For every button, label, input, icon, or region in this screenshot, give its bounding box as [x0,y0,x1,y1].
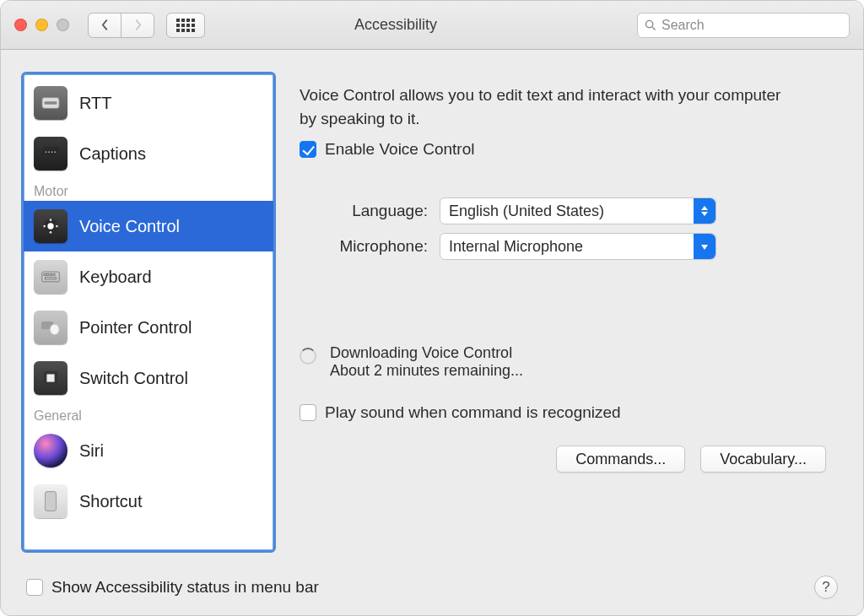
svg-rect-16 [44,273,46,275]
detail-pane: Voice Control allows you to edit text an… [291,72,843,598]
vocabulary-button[interactable]: Vocabulary... [700,446,826,473]
svg-point-11 [50,219,52,221]
spinner-icon [300,348,316,365]
svg-point-14 [56,225,58,228]
svg-point-13 [43,225,46,228]
down-arrow-icon [694,234,716,259]
download-title: Downloading Voice Control [330,344,523,362]
svg-point-12 [50,231,52,234]
svg-rect-24 [46,374,54,381]
menubar-status-checkbox[interactable] [26,579,43,596]
svg-point-0 [645,20,652,27]
svg-rect-17 [47,273,49,275]
language-select[interactable]: English (United States) [440,197,716,224]
chevron-left-icon [101,19,109,31]
play-sound-checkbox[interactable] [300,404,316,421]
language-value: English (United States) [449,203,604,220]
category-list[interactable]: RTT Captions Motor Voice Control [24,74,273,550]
svg-rect-3 [45,101,57,105]
svg-point-5 [46,151,47,153]
description-text: Voice Control allows you to edit text an… [300,84,789,130]
sidebar-item-switch-control[interactable]: Switch Control [24,353,273,403]
svg-rect-4 [42,147,59,158]
sidebar-item-label: Voice Control [79,217,180,236]
voice-control-icon [34,209,68,243]
back-button[interactable] [88,13,122,38]
enable-voice-control-checkbox[interactable] [300,141,316,158]
svg-rect-19 [53,273,55,275]
keyboard-icon [34,260,68,294]
sidebar-item-label: Pointer Control [79,318,192,338]
minimize-button[interactable] [35,19,48,31]
sidebar-item-captions[interactable]: Captions [24,128,273,179]
titlebar: Accessibility [1,1,863,50]
commands-button[interactable]: Commands... [556,446,685,473]
sidebar-item-keyboard[interactable]: Keyboard [24,251,273,302]
page-title: Accessibility [154,16,637,34]
search-input[interactable] [662,18,842,33]
switch-control-icon [34,361,68,395]
preferences-window: Accessibility RTT Captions [0,0,864,616]
download-remaining: About 2 minutes remaining... [330,362,523,380]
svg-point-6 [48,151,50,153]
sidebar-item-label: Siri [79,441,104,461]
svg-point-7 [51,151,53,153]
play-sound-label: Play sound when command is recognized [325,403,621,422]
sidebar-item-pointer-control[interactable]: Pointer Control [24,302,273,353]
sidebar-section-motor: Motor [24,179,273,201]
nav-buttons [88,13,154,38]
sidebar-item-label: RTT [79,94,112,113]
microphone-label: Microphone: [300,237,428,256]
sidebar-item-rtt[interactable]: RTT [24,78,273,128]
language-label: Language: [300,202,428,220]
help-button[interactable]: ? [814,575,838,599]
search-icon [645,19,656,31]
window-footer: Show Accessibility status in menu bar ? [26,573,838,602]
svg-point-8 [55,151,57,153]
sidebar-item-label: Switch Control [79,369,188,388]
play-sound-row: Play sound when command is recognized [300,403,826,422]
svg-rect-15 [42,272,60,282]
content-area: RTT Captions Motor Voice Control [1,50,863,615]
forward-button[interactable] [121,13,154,38]
download-status: Downloading Voice Control About 2 minute… [300,344,826,380]
menubar-status-label: Show Accessibility status in menu bar [51,578,319,597]
sidebar-item-label: Captions [79,144,146,164]
sidebar-item-voice-control[interactable]: Voice Control [24,201,273,251]
svg-point-22 [50,324,59,335]
close-button[interactable] [14,19,27,31]
sidebar-section-general: General [24,403,273,425]
svg-point-10 [47,223,53,229]
sidebar-item-label: Keyboard [79,267,152,287]
microphone-select[interactable]: Internal Microphone [440,233,716,260]
settings-form: Language: English (United States) Microp… [300,197,826,260]
sidebar-item-label: Shortcut [79,492,142,511]
pointer-control-icon [34,311,68,344]
updown-arrows-icon [694,198,716,224]
sidebar-item-siri[interactable]: Siri [24,425,273,476]
category-sidebar: RTT Captions Motor Voice Control [21,72,276,553]
window-controls [14,19,69,31]
shortcut-icon [34,484,68,518]
svg-rect-18 [50,273,51,275]
enable-voice-control-label: Enable Voice Control [325,140,474,159]
siri-icon [34,434,68,467]
action-buttons: Commands... Vocabulary... [300,446,826,473]
rtt-icon [34,86,68,120]
search-field[interactable] [637,13,850,38]
enable-voice-control-row: Enable Voice Control [300,140,826,159]
zoom-button[interactable] [57,19,69,31]
captions-icon [34,137,68,170]
sidebar-item-shortcut[interactable]: Shortcut [24,476,273,527]
svg-rect-20 [45,278,56,279]
chevron-right-icon [134,19,142,31]
svg-line-1 [652,27,656,30]
microphone-value: Internal Microphone [449,238,583,256]
